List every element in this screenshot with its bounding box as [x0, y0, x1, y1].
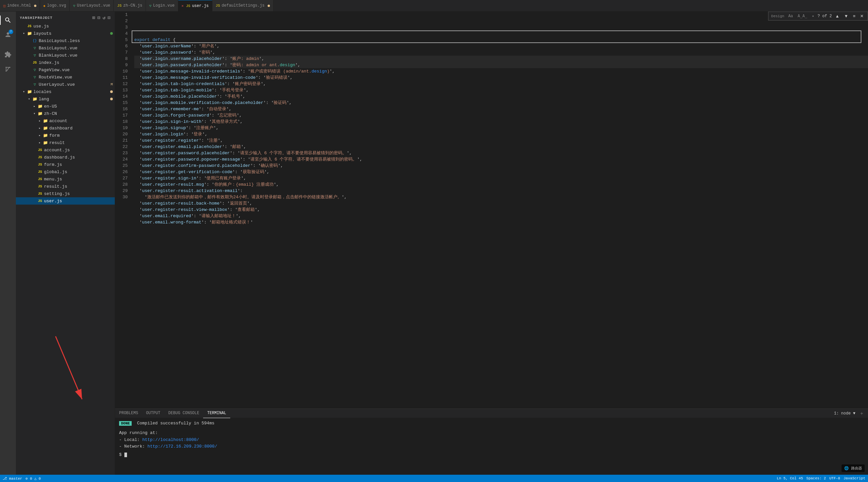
- tree-item-routeview[interactable]: ▽ RouteView.vue: [16, 74, 115, 81]
- foldername: en-US: [44, 104, 115, 109]
- tab-userlayout[interactable]: ▽ UserLayout.vue: [70, 0, 114, 11]
- tree-item-locales[interactable]: ▾ 📁 locales: [16, 88, 115, 95]
- terminal-body: DONE Compiled successfully in 594ms App …: [115, 418, 868, 475]
- tree-item-result[interactable]: ▸ 📁 result: [16, 139, 115, 146]
- tree-item-basiclayout-less[interactable]: {} BasicLayout.less: [16, 37, 115, 45]
- close-icon[interactable]: ✕: [182, 4, 184, 8]
- html-icon: ◫: [3, 4, 6, 8]
- tree-item-menu-js[interactable]: JS menu.js: [16, 175, 115, 183]
- tab-terminal[interactable]: TERMINAL: [203, 409, 230, 418]
- modified-dot: [110, 32, 113, 35]
- collapsed-chevron: ▸: [37, 134, 42, 137]
- tree-item-dashboard[interactable]: ▸ 📁 dashboard: [16, 124, 115, 132]
- tab-index-html[interactable]: ◫ index.html: [0, 0, 40, 11]
- extensions-icon: [4, 51, 11, 58]
- font-size-icon[interactable]: Aa: [787, 13, 794, 19]
- folder-icon: 📁: [42, 140, 48, 145]
- status-bar: ⎇ master ⊘ 0 △ 0 Ln 5, Col 45 Spaces: 2 …: [0, 475, 868, 482]
- tree-item-zh-cn[interactable]: ▾ 📁 zh-CN: [16, 110, 115, 117]
- tree-item-blanklayout-vue[interactable]: ▽ BlankLayout.vue: [16, 52, 115, 59]
- tree-item-user-js[interactable]: JS user.js: [16, 197, 115, 205]
- network-url[interactable]: http://172.16.209.230:8000/: [148, 444, 217, 449]
- terminal-selector[interactable]: 1: node ▼: [833, 410, 857, 417]
- find-count: ? of 2: [817, 14, 832, 19]
- svg-point-3: [9, 67, 10, 68]
- tree-item-pageview[interactable]: ▽ PageView.vue: [16, 66, 115, 74]
- vue-icon: ▽: [32, 82, 38, 87]
- new-folder-icon[interactable]: ⊟: [98, 15, 100, 21]
- tree-item-account[interactable]: ▸ 📁 account: [16, 117, 115, 124]
- line-col-status[interactable]: Ln 5, Col 45: [777, 476, 803, 480]
- filename: setting.js: [44, 191, 115, 196]
- folder-icon: 📁: [42, 126, 48, 131]
- spaces-status[interactable]: Spaces: 2: [806, 476, 826, 480]
- next-match-button[interactable]: ▼: [843, 13, 850, 19]
- tab-logo-svg[interactable]: ◈ logo.svg: [40, 0, 70, 11]
- tree-item-form[interactable]: ▸ 📁 form: [16, 132, 115, 139]
- terminal-tabs: PROBLEMS OUTPUT DEBUG CONSOLE TERMINAL 1…: [115, 409, 868, 418]
- tree-item-result-js[interactable]: JS result.js: [16, 183, 115, 190]
- js-icon: JS: [216, 4, 220, 8]
- branch-status[interactable]: ⎇ master: [3, 476, 22, 481]
- tree-item-use-js[interactable]: JS use.js: [16, 23, 115, 30]
- tree-item-en-us[interactable]: ▸ 📁 en-US: [16, 103, 115, 110]
- font-bold-icon[interactable]: A̲A̲: [796, 13, 808, 19]
- status-right: Ln 5, Col 45 Spaces: 2 UTF-8 JavaScript: [777, 476, 865, 480]
- local-url[interactable]: http://localhost:8000/: [142, 437, 199, 442]
- tree-item-basiclayout-vue[interactable]: ▽ BasicLayout.vue: [16, 45, 115, 52]
- activity-search[interactable]: [2, 14, 14, 26]
- tree-item-setting-js[interactable]: JS setting.js: [16, 190, 115, 197]
- tree-item-global-js[interactable]: JS global.js: [16, 168, 115, 175]
- tab-user-js[interactable]: ✕ JS user.js: [178, 0, 212, 11]
- vue-icon: ▽: [32, 67, 38, 73]
- select-all-button[interactable]: ≡: [851, 13, 857, 19]
- tab-problems[interactable]: PROBLEMS: [115, 409, 142, 418]
- modified-dot: [110, 90, 113, 93]
- tabs-bar: ◫ index.html ◈ logo.svg ▽ UserLayout.vue…: [0, 0, 868, 11]
- folder-icon: 📁: [27, 31, 32, 36]
- prev-match-button[interactable]: ▲: [834, 13, 841, 19]
- code-editor[interactable]: 1234567891011121314151617181920212223242…: [115, 11, 868, 408]
- terminal-line-prompt: $: [119, 452, 864, 458]
- terminal-line-app: App running at:: [119, 430, 864, 437]
- tree-item-account-js[interactable]: JS account.js: [16, 146, 115, 153]
- app-label: App running at:: [119, 430, 158, 435]
- tree-item-userlayout[interactable]: ▽ UserLayout.vue M: [16, 81, 115, 88]
- svg-point-1: [6, 67, 7, 68]
- tab-login-vue[interactable]: ▽ Login.vue: [146, 0, 178, 11]
- expanded-chevron: ▾: [21, 90, 27, 94]
- foldername: zh-CN: [44, 111, 115, 116]
- tree-item-lang[interactable]: ▾ 📁 lang: [16, 95, 115, 103]
- terminal-actions: 1: node ▼ ＋: [833, 410, 868, 417]
- tree-item-index-js[interactable]: JS index.js: [16, 59, 115, 66]
- m-badge: M: [111, 82, 113, 86]
- refresh-icon[interactable]: ↺: [102, 15, 105, 21]
- tab-output[interactable]: OUTPUT: [142, 409, 164, 418]
- tree-item-form-js[interactable]: JS form.js: [16, 161, 115, 168]
- collapse-icon[interactable]: ⊡: [108, 15, 111, 21]
- folder-icon: 📁: [37, 111, 43, 116]
- encoding-status[interactable]: UTF-8: [829, 476, 840, 480]
- close-find-button[interactable]: ✕: [859, 13, 865, 19]
- cursor: [124, 453, 127, 457]
- lang-status[interactable]: JavaScript: [843, 476, 865, 480]
- new-file-icon[interactable]: ⊞: [92, 15, 95, 21]
- compile-msg: Compiled successfully in 594ms: [137, 421, 214, 426]
- errors-status[interactable]: ⊘ 0 △ 0: [26, 476, 41, 481]
- case-icon[interactable]: ✦: [810, 13, 815, 19]
- tree-item-dashboard-js[interactable]: JS dashboard.js: [16, 153, 115, 161]
- terminal-line-done: DONE Compiled successfully in 594ms: [119, 420, 864, 427]
- tab-default-settings[interactable]: JS defaultSettings.js: [212, 0, 274, 11]
- vue-icon: ▽: [32, 53, 38, 58]
- activity-bar: 7: [0, 11, 16, 475]
- activity-source-control[interactable]: [2, 63, 14, 75]
- tab-zh-cn[interactable]: JS zh-CN.js: [114, 0, 146, 11]
- tab-debug-console[interactable]: DEBUG CONSOLE: [164, 409, 204, 418]
- activity-avatar[interactable]: 7: [2, 29, 14, 41]
- terminal-container: PROBLEMS OUTPUT DEBUG CONSOLE TERMINAL 1…: [115, 408, 868, 475]
- activity-extensions[interactable]: [2, 49, 14, 61]
- code-content[interactable]: export default { 'user.login.userName': …: [132, 11, 868, 408]
- foldername: dashboard: [49, 126, 115, 131]
- tree-item-layouts[interactable]: ▾ 📁 layouts: [16, 30, 115, 37]
- terminal-add-icon[interactable]: ＋: [858, 410, 865, 417]
